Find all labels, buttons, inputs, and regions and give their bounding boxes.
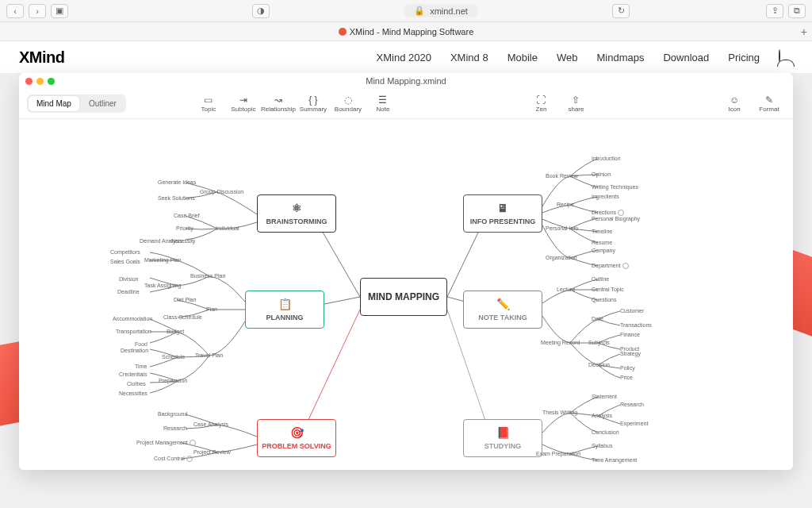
leaf[interactable]: Division bbox=[119, 276, 139, 282]
leaf[interactable]: Transactions bbox=[620, 322, 652, 328]
leaf[interactable]: Background bbox=[158, 411, 187, 417]
leaf[interactable]: Group Discussion bbox=[200, 189, 243, 194]
new-tab-button[interactable]: + bbox=[801, 25, 807, 38]
leaf[interactable]: Personal Info bbox=[546, 225, 578, 231]
tool-zen[interactable]: ⛶Zen bbox=[525, 92, 557, 115]
share-button[interactable]: ⇪ bbox=[766, 4, 783, 18]
leaf[interactable]: Research bbox=[163, 425, 187, 431]
leaf[interactable]: Exam Preparation bbox=[536, 451, 580, 456]
browser-tab[interactable]: XMind - Mind Mapping Software bbox=[339, 27, 474, 37]
leaf[interactable]: Sales Goals bbox=[110, 259, 140, 264]
tool-relationship[interactable]: ↝Relationship bbox=[262, 92, 294, 115]
address-bar[interactable]: 🔒 xmind.net bbox=[404, 4, 477, 17]
leaf[interactable]: Company bbox=[592, 248, 615, 253]
sidebar-button[interactable]: ▣ bbox=[51, 4, 68, 18]
node-studying[interactable]: 📕STUDYING bbox=[463, 419, 542, 457]
leaf[interactable]: Seek Solutions bbox=[158, 195, 195, 201]
nav-xmind8[interactable]: XMind 8 bbox=[450, 52, 488, 64]
leaf[interactable]: Diet Plan bbox=[174, 297, 196, 302]
leaf[interactable]: Business Plan bbox=[190, 273, 225, 279]
leaf[interactable]: Syllabus bbox=[592, 443, 612, 448]
tool-boundary[interactable]: ◌Boundary bbox=[332, 92, 364, 115]
leaf[interactable]: Class Schedule bbox=[163, 314, 202, 320]
mindmap-canvas[interactable]: MIND MAPPING ⚛BRAINSTORMING Group Discus… bbox=[19, 119, 793, 468]
leaf[interactable]: Preparation bbox=[159, 378, 187, 383]
leaf[interactable]: Meeting Record bbox=[541, 340, 580, 345]
leaf[interactable]: Project Review bbox=[193, 449, 231, 455]
shield-icon[interactable]: ◑ bbox=[252, 4, 270, 18]
leaf[interactable]: Accommodation bbox=[113, 316, 152, 321]
forward-button[interactable]: › bbox=[29, 4, 46, 18]
leaf[interactable]: Questions bbox=[592, 297, 617, 302]
leaf[interactable]: Analysis bbox=[592, 413, 612, 418]
leaf[interactable]: Priority bbox=[176, 225, 193, 231]
leaf[interactable]: Task Assigning bbox=[144, 283, 181, 288]
node-brainstorming[interactable]: ⚛BRAINSTORMING bbox=[257, 194, 336, 233]
nav-download[interactable]: Download bbox=[663, 52, 709, 64]
view-outliner[interactable]: Outliner bbox=[81, 96, 124, 111]
leaf[interactable]: Travel Plan bbox=[195, 352, 223, 358]
leaf[interactable]: Timeline bbox=[592, 229, 612, 234]
leaf[interactable]: Demand Analysis bbox=[140, 238, 182, 244]
leaf[interactable]: Budget bbox=[167, 329, 184, 334]
leaf[interactable]: Central Topic bbox=[592, 287, 624, 292]
leaf[interactable]: Date bbox=[592, 316, 603, 321]
close-window[interactable] bbox=[25, 78, 33, 85]
nav-xmind2020[interactable]: XMind 2020 bbox=[377, 52, 431, 64]
leaf[interactable]: Necessities bbox=[119, 391, 147, 396]
leaf[interactable]: Research bbox=[620, 402, 644, 407]
leaf[interactable]: Price bbox=[620, 375, 633, 380]
leaf[interactable]: Individual bbox=[216, 225, 239, 231]
node-info-presenting[interactable]: 🖥INFO PRESENTING bbox=[463, 194, 542, 233]
leaf[interactable]: Statement bbox=[592, 394, 617, 399]
leaf[interactable]: Introduction bbox=[592, 156, 621, 161]
leaf[interactable]: Transportation bbox=[116, 329, 151, 334]
leaf[interactable]: Customer bbox=[620, 308, 644, 314]
logo[interactable]: XMind bbox=[19, 48, 65, 67]
leaf[interactable]: Experiment bbox=[620, 421, 648, 426]
node-center[interactable]: MIND MAPPING bbox=[360, 278, 447, 316]
leaf[interactable]: Personal Biography bbox=[592, 216, 640, 221]
node-note-taking[interactable]: ✏️NOTE TAKING bbox=[463, 291, 542, 329]
tool-share[interactable]: ⇧share bbox=[560, 92, 592, 115]
node-problem-solving[interactable]: 🎯PROBLEM SOLVING bbox=[257, 419, 336, 457]
leaf[interactable]: Time Arrangement bbox=[592, 457, 637, 463]
leaf[interactable]: Competitors bbox=[110, 249, 140, 255]
tool-subtopic[interactable]: ⇥Subtopic bbox=[228, 92, 259, 115]
tool-topic[interactable]: ▭Topic bbox=[193, 92, 224, 115]
leaf[interactable]: Finance bbox=[620, 332, 640, 337]
leaf[interactable]: Opinion bbox=[592, 171, 611, 177]
leaf[interactable]: Recipe bbox=[557, 202, 574, 207]
leaf[interactable]: Plan bbox=[206, 306, 217, 312]
leaf[interactable]: Credentials bbox=[119, 371, 147, 377]
leaf[interactable]: Ingredients bbox=[592, 194, 619, 199]
leaf[interactable]: Generate Ideas bbox=[158, 179, 196, 185]
leaf[interactable]: Marketing Plan bbox=[144, 257, 182, 263]
leaf[interactable]: Thesis Writing bbox=[542, 410, 577, 415]
node-planning[interactable]: 📋PLANNING bbox=[245, 291, 324, 329]
leaf[interactable]: Clothes bbox=[127, 381, 146, 387]
leaf[interactable]: Food bbox=[135, 341, 147, 347]
leaf[interactable]: Subjects bbox=[588, 340, 610, 345]
leaf[interactable]: Time bbox=[135, 364, 147, 369]
nav-web[interactable]: Web bbox=[557, 52, 578, 64]
tool-icon[interactable]: ☺Icon bbox=[718, 92, 750, 115]
nav-mindmaps[interactable]: Mindmaps bbox=[596, 52, 644, 64]
tool-summary[interactable]: { }Summary bbox=[297, 92, 329, 115]
leaf[interactable]: Cost Control bbox=[154, 456, 193, 462]
leaf[interactable]: Project Management bbox=[136, 440, 196, 446]
leaf[interactable]: Case Analysis bbox=[193, 421, 228, 427]
leaf[interactable]: Outline bbox=[592, 276, 609, 282]
leaf[interactable]: Policy bbox=[620, 365, 635, 371]
leaf[interactable]: Schedule bbox=[162, 354, 185, 360]
leaf[interactable]: Organization bbox=[546, 255, 577, 260]
back-button[interactable]: ‹ bbox=[6, 4, 24, 18]
leaf[interactable]: Strategy bbox=[620, 351, 641, 356]
leaf[interactable]: Decision bbox=[588, 362, 610, 368]
leaf[interactable]: Case Brief bbox=[174, 213, 200, 218]
leaf[interactable]: Lecture bbox=[557, 287, 575, 292]
leaf[interactable]: Deadline bbox=[117, 289, 140, 294]
view-mindmap[interactable]: Mind Map bbox=[29, 96, 79, 111]
maximize-window[interactable] bbox=[48, 78, 55, 85]
leaf[interactable]: Destination bbox=[121, 348, 148, 353]
